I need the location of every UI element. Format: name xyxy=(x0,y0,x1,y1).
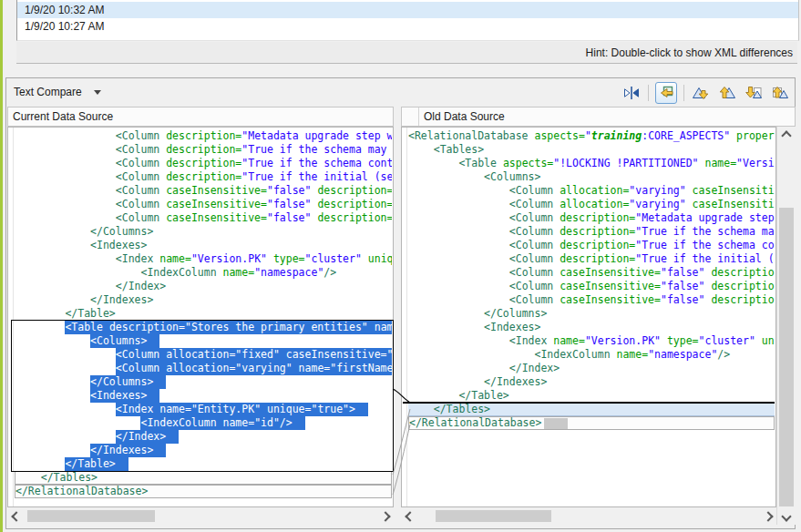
code-line[interactable]: </Columns> xyxy=(15,375,392,389)
code-line[interactable]: </Index> xyxy=(15,430,392,444)
toolbar-separator xyxy=(648,85,649,101)
code-line[interactable]: <Columns> xyxy=(15,334,392,348)
code-line[interactable]: </Columns> xyxy=(408,307,775,321)
hint-text: Hint: Double-click to show XML differenc… xyxy=(586,46,793,59)
code-line[interactable]: <RelationalDatabase aspects="training:CO… xyxy=(408,129,775,143)
code-line[interactable]: <Tables> xyxy=(408,143,775,157)
scroll-left-arrow-icon[interactable] xyxy=(402,508,417,524)
text-compare-label: Text Compare xyxy=(14,86,82,98)
vertical-scrollbar[interactable] xyxy=(776,127,796,525)
next-difference-icon xyxy=(693,86,709,100)
previous-change-button[interactable] xyxy=(770,83,790,103)
code-line[interactable]: </Indexes> xyxy=(15,293,392,307)
code-line[interactable]: <IndexColumn name="id"/> xyxy=(15,416,392,430)
code-line[interactable]: <Table aspects="!LOCKING !PARTITIONED" n… xyxy=(408,157,775,170)
next-change-button[interactable] xyxy=(744,83,764,103)
code-line[interactable]: <Column description="True if the schema … xyxy=(15,157,392,170)
code-line[interactable]: <Columns> xyxy=(408,170,775,184)
code-line[interactable]: <Index name="Version.PK" type="cluster" … xyxy=(408,334,775,348)
left-pane-header: Current Data Source xyxy=(7,107,394,127)
code-line[interactable]: <Indexes> xyxy=(408,321,775,334)
left-marker-column xyxy=(8,128,14,506)
left-code-area[interactable]: <Column description="Metadata upgrade st… xyxy=(15,129,392,506)
hint-bar: Hint: Double-click to show XML differenc… xyxy=(16,42,797,64)
code-line[interactable]: <Column caseInsensitive="false" descript… xyxy=(408,280,775,293)
text-compare-dropdown[interactable]: Text Compare xyxy=(14,78,101,107)
copy-right-to-left-button[interactable] xyxy=(655,82,677,104)
right-pane-header: Old Data Source xyxy=(401,107,796,127)
code-line[interactable]: </Tables> xyxy=(408,403,775,416)
code-line[interactable]: <IndexColumn name="namespace"/> xyxy=(15,266,392,280)
code-line[interactable]: <Column description="Metadata upgrade st… xyxy=(408,211,775,225)
code-line[interactable]: <Indexes> xyxy=(15,389,392,403)
code-line[interactable]: </RelationalDatabase> xyxy=(15,485,392,498)
toolbar-icon-group xyxy=(621,78,790,107)
code-line[interactable]: <Column caseInsensitive="false" descript… xyxy=(408,266,775,280)
code-line[interactable]: <Column allocation="varying" caseInsensi… xyxy=(408,184,775,198)
code-line[interactable]: </Index> xyxy=(15,280,392,293)
code-line[interactable]: </Table> xyxy=(15,307,392,321)
mirror-view-icon xyxy=(623,86,640,100)
diff-insertion-line xyxy=(403,402,775,404)
code-line[interactable]: </Columns> xyxy=(15,225,392,239)
left-horizontal-scrollbar[interactable] xyxy=(7,508,394,524)
previous-difference-button[interactable] xyxy=(717,83,737,103)
code-line[interactable]: <Index name="Version.PK" type="cluster" … xyxy=(15,252,392,266)
code-line[interactable]: <Column caseInsensitive="false" descript… xyxy=(408,293,775,307)
code-line[interactable]: <IndexColumn name="namespace"/> xyxy=(408,348,775,362)
code-line[interactable]: <Column description="True if the schema … xyxy=(15,143,392,157)
code-line[interactable]: <Column description="True if the initial… xyxy=(408,252,775,266)
code-line[interactable]: <Indexes> xyxy=(15,239,392,252)
scroll-left-arrow-icon[interactable] xyxy=(8,508,24,524)
vertical-scroll-thumb[interactable] xyxy=(779,208,794,506)
compare-editor-window: 1/9/20 10:32 AM 1/9/20 10:27 AM Hint: Do… xyxy=(0,0,801,532)
scroll-down-arrow-icon[interactable] xyxy=(778,508,794,524)
code-line[interactable]: <Column description="Metadata upgrade st… xyxy=(15,129,392,143)
right-horizontal-scroll-thumb[interactable] xyxy=(436,510,551,522)
code-line[interactable]: <Column caseInsensitive="false" descript… xyxy=(15,211,392,225)
left-pane-title: Current Data Source xyxy=(13,110,113,123)
code-line[interactable]: </RelationalDatabase> xyxy=(408,416,775,430)
code-line[interactable]: <Column allocation="varying" caseInsensi… xyxy=(408,198,775,211)
code-line[interactable]: <Column allocation="fixed" caseInsensiti… xyxy=(15,348,392,362)
scroll-right-arrow-icon[interactable] xyxy=(377,508,393,524)
code-line[interactable]: <Column description="True if the schema … xyxy=(408,239,775,252)
right-horizontal-scrollbar[interactable] xyxy=(401,508,776,524)
code-line[interactable]: <Column caseInsensitive="false" descript… xyxy=(15,184,392,198)
timestamp: 1/9/20 10:27 AM xyxy=(25,20,104,33)
code-line[interactable]: <Column description="True if the schema … xyxy=(408,225,775,239)
code-line[interactable]: </Tables> xyxy=(15,471,392,485)
old-data-source-pane[interactable]: <RelationalDatabase aspects="training:CO… xyxy=(401,127,776,507)
left-horizontal-scroll-thumb[interactable] xyxy=(27,510,155,522)
current-data-source-pane[interactable]: <Column description="Metadata upgrade st… xyxy=(7,127,394,507)
right-marker-column xyxy=(402,128,407,506)
scroll-right-arrow-icon[interactable] xyxy=(760,508,775,524)
code-line[interactable]: <Index name="Entity.PK" unique="true"> xyxy=(15,403,392,416)
previous-difference-icon xyxy=(719,86,735,100)
code-line[interactable]: <Column description="True if the initial… xyxy=(15,170,392,184)
scroll-up-arrow-icon[interactable] xyxy=(778,128,794,143)
code-line[interactable]: <Column allocation="varying" name="first… xyxy=(15,362,392,375)
code-line[interactable]: </Indexes> xyxy=(408,375,775,389)
marker-column-header xyxy=(406,107,419,126)
next-difference-button[interactable] xyxy=(691,83,711,103)
code-line[interactable]: <Table description="Stores the primary e… xyxy=(15,321,392,334)
code-line[interactable]: </Indexes> xyxy=(15,444,392,457)
copy-left-icon xyxy=(659,86,673,100)
history-list: 1/9/20 10:32 AM 1/9/20 10:27 AM xyxy=(16,0,799,41)
code-line[interactable]: </Table> xyxy=(15,457,392,471)
code-line[interactable]: </Index> xyxy=(408,362,775,375)
code-line[interactable]: </Table> xyxy=(408,389,775,403)
mirror-view-button[interactable] xyxy=(621,83,642,103)
right-pane-title: Old Data Source xyxy=(424,110,505,123)
timestamp: 1/9/20 10:32 AM xyxy=(25,4,104,16)
chevron-down-icon xyxy=(94,90,101,95)
toolbar-separator xyxy=(683,85,684,101)
history-row[interactable]: 1/9/20 10:32 AM xyxy=(17,2,798,18)
previous-change-icon xyxy=(772,86,788,100)
history-row[interactable]: 1/9/20 10:27 AM xyxy=(17,18,798,35)
code-line[interactable]: <Column caseInsensitive="false" descript… xyxy=(15,198,392,211)
right-code-area[interactable]: <RelationalDatabase aspects="training:CO… xyxy=(408,129,775,506)
next-change-icon xyxy=(745,86,762,100)
window-accent-strip xyxy=(0,0,3,532)
